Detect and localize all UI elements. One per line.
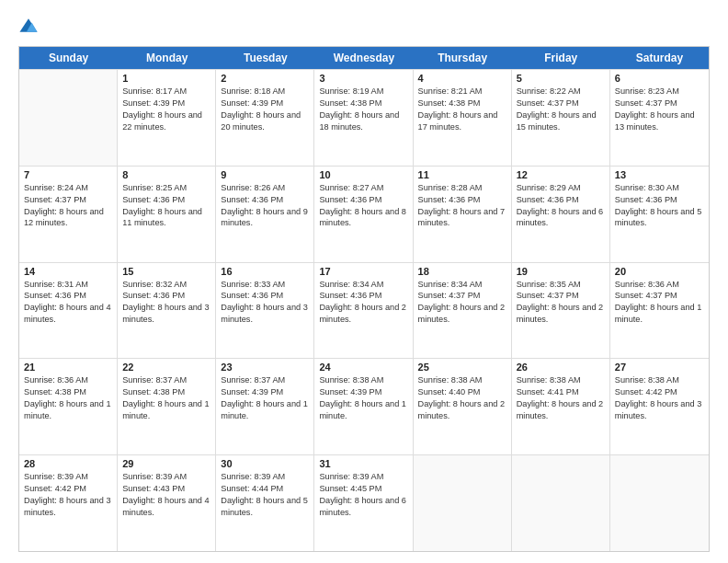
sunrise-text: Sunrise: 8:38 AM bbox=[517, 374, 605, 386]
daylight-text: Daylight: 8 hours and 17 minutes. bbox=[418, 109, 506, 133]
day-number: 18 bbox=[418, 266, 506, 277]
empty-cell bbox=[19, 70, 118, 166]
logo-icon bbox=[18, 17, 39, 37]
header-day-thursday: Thursday bbox=[414, 47, 512, 69]
sunset-text: Sunset: 4:38 PM bbox=[122, 386, 210, 398]
sunrise-text: Sunrise: 8:27 AM bbox=[319, 182, 407, 194]
sunset-text: Sunset: 4:36 PM bbox=[319, 290, 407, 302]
day-number: 27 bbox=[615, 362, 704, 373]
sunset-text: Sunset: 4:39 PM bbox=[319, 386, 407, 398]
daylight-text: Daylight: 8 hours and 1 minute. bbox=[221, 398, 309, 422]
day-cell-28: 28Sunrise: 8:39 AMSunset: 4:42 PMDayligh… bbox=[19, 455, 118, 551]
daylight-text: Daylight: 8 hours and 3 minutes. bbox=[221, 302, 309, 326]
daylight-text: Daylight: 8 hours and 2 minutes. bbox=[418, 302, 506, 326]
sunrise-text: Sunrise: 8:34 AM bbox=[418, 279, 506, 291]
sunset-text: Sunset: 4:36 PM bbox=[517, 194, 605, 206]
day-number: 16 bbox=[221, 266, 309, 277]
sunrise-text: Sunrise: 8:19 AM bbox=[319, 86, 407, 98]
day-number: 22 bbox=[122, 362, 210, 373]
sunset-text: Sunset: 4:45 PM bbox=[319, 483, 407, 495]
daylight-text: Daylight: 8 hours and 1 minute. bbox=[122, 398, 210, 422]
sunrise-text: Sunrise: 8:38 AM bbox=[319, 374, 407, 386]
day-number: 5 bbox=[517, 73, 605, 84]
sunrise-text: Sunrise: 8:25 AM bbox=[122, 182, 210, 194]
header-day-friday: Friday bbox=[512, 47, 610, 69]
sunset-text: Sunset: 4:44 PM bbox=[221, 483, 309, 495]
daylight-text: Daylight: 8 hours and 8 minutes. bbox=[319, 206, 407, 230]
daylight-text: Daylight: 8 hours and 2 minutes. bbox=[319, 302, 407, 326]
empty-cell bbox=[512, 455, 610, 551]
daylight-text: Daylight: 8 hours and 6 minutes. bbox=[319, 495, 407, 519]
day-cell-24: 24Sunrise: 8:38 AMSunset: 4:39 PMDayligh… bbox=[314, 359, 413, 454]
sunrise-text: Sunrise: 8:36 AM bbox=[615, 279, 704, 291]
daylight-text: Daylight: 8 hours and 4 minutes. bbox=[122, 495, 210, 519]
sunset-text: Sunset: 4:36 PM bbox=[319, 194, 407, 206]
sunset-text: Sunset: 4:40 PM bbox=[418, 386, 506, 398]
day-cell-14: 14Sunrise: 8:31 AMSunset: 4:36 PMDayligh… bbox=[19, 263, 118, 359]
day-cell-29: 29Sunrise: 8:39 AMSunset: 4:43 PMDayligh… bbox=[118, 455, 216, 551]
week-row-4: 21Sunrise: 8:36 AMSunset: 4:38 PMDayligh… bbox=[19, 358, 709, 454]
sunset-text: Sunset: 4:37 PM bbox=[615, 98, 704, 109]
header bbox=[18, 17, 710, 37]
logo bbox=[18, 17, 42, 37]
sunrise-text: Sunrise: 8:39 AM bbox=[221, 471, 309, 483]
daylight-text: Daylight: 8 hours and 13 minutes. bbox=[615, 109, 704, 133]
daylight-text: Daylight: 8 hours and 2 minutes. bbox=[517, 302, 605, 326]
sunset-text: Sunset: 4:38 PM bbox=[24, 386, 112, 398]
day-cell-1: 1Sunrise: 8:17 AMSunset: 4:39 PMDaylight… bbox=[118, 70, 216, 166]
day-number: 26 bbox=[517, 362, 605, 373]
sunrise-text: Sunrise: 8:37 AM bbox=[221, 374, 309, 386]
day-cell-25: 25Sunrise: 8:38 AMSunset: 4:40 PMDayligh… bbox=[414, 359, 512, 454]
day-number: 1 bbox=[122, 73, 210, 84]
sunset-text: Sunset: 4:41 PM bbox=[517, 386, 605, 398]
daylight-text: Daylight: 8 hours and 5 minutes. bbox=[615, 206, 704, 230]
sunset-text: Sunset: 4:38 PM bbox=[319, 98, 407, 109]
sunrise-text: Sunrise: 8:22 AM bbox=[517, 86, 605, 98]
day-cell-7: 7Sunrise: 8:24 AMSunset: 4:37 PMDaylight… bbox=[19, 167, 118, 262]
sunset-text: Sunset: 4:37 PM bbox=[517, 290, 605, 302]
day-cell-31: 31Sunrise: 8:39 AMSunset: 4:45 PMDayligh… bbox=[314, 455, 413, 551]
sunset-text: Sunset: 4:43 PM bbox=[122, 483, 210, 495]
daylight-text: Daylight: 8 hours and 1 minute. bbox=[615, 302, 704, 326]
sunset-text: Sunset: 4:39 PM bbox=[122, 98, 210, 109]
sunset-text: Sunset: 4:36 PM bbox=[418, 194, 506, 206]
sunrise-text: Sunrise: 8:38 AM bbox=[615, 374, 704, 386]
day-cell-21: 21Sunrise: 8:36 AMSunset: 4:38 PMDayligh… bbox=[19, 359, 118, 454]
day-cell-6: 6Sunrise: 8:23 AMSunset: 4:37 PMDaylight… bbox=[610, 70, 709, 166]
day-cell-26: 26Sunrise: 8:38 AMSunset: 4:41 PMDayligh… bbox=[512, 359, 610, 454]
day-number: 13 bbox=[615, 169, 704, 180]
day-number: 25 bbox=[418, 362, 506, 373]
sunrise-text: Sunrise: 8:21 AM bbox=[418, 86, 506, 98]
daylight-text: Daylight: 8 hours and 4 minutes. bbox=[24, 302, 112, 326]
sunset-text: Sunset: 4:39 PM bbox=[221, 386, 309, 398]
day-number: 2 bbox=[221, 73, 309, 84]
day-cell-9: 9Sunrise: 8:26 AMSunset: 4:36 PMDaylight… bbox=[216, 167, 314, 262]
daylight-text: Daylight: 8 hours and 11 minutes. bbox=[122, 206, 210, 230]
day-number: 23 bbox=[221, 362, 309, 373]
day-cell-22: 22Sunrise: 8:37 AMSunset: 4:38 PMDayligh… bbox=[118, 359, 216, 454]
sunset-text: Sunset: 4:36 PM bbox=[122, 194, 210, 206]
week-row-1: 1Sunrise: 8:17 AMSunset: 4:39 PMDaylight… bbox=[19, 69, 709, 166]
empty-cell bbox=[414, 455, 512, 551]
sunrise-text: Sunrise: 8:18 AM bbox=[221, 86, 309, 98]
daylight-text: Daylight: 8 hours and 7 minutes. bbox=[418, 206, 506, 230]
sunrise-text: Sunrise: 8:17 AM bbox=[122, 86, 210, 98]
sunrise-text: Sunrise: 8:39 AM bbox=[319, 471, 407, 483]
sunrise-text: Sunrise: 8:38 AM bbox=[418, 374, 506, 386]
sunset-text: Sunset: 4:36 PM bbox=[24, 290, 112, 302]
page: SundayMondayTuesdayWednesdayThursdayFrid… bbox=[0, 0, 728, 563]
day-number: 14 bbox=[24, 266, 112, 277]
day-number: 28 bbox=[24, 458, 112, 469]
daylight-text: Daylight: 8 hours and 3 minutes. bbox=[615, 398, 704, 422]
daylight-text: Daylight: 8 hours and 15 minutes. bbox=[517, 109, 605, 133]
day-number: 10 bbox=[319, 169, 407, 180]
sunset-text: Sunset: 4:36 PM bbox=[221, 194, 309, 206]
sunset-text: Sunset: 4:39 PM bbox=[221, 98, 309, 109]
daylight-text: Daylight: 8 hours and 6 minutes. bbox=[517, 206, 605, 230]
daylight-text: Daylight: 8 hours and 3 minutes. bbox=[24, 495, 112, 519]
sunset-text: Sunset: 4:37 PM bbox=[24, 194, 112, 206]
header-day-saturday: Saturday bbox=[610, 47, 709, 69]
calendar-body: 1Sunrise: 8:17 AMSunset: 4:39 PMDaylight… bbox=[19, 69, 709, 551]
day-cell-23: 23Sunrise: 8:37 AMSunset: 4:39 PMDayligh… bbox=[216, 359, 314, 454]
day-number: 24 bbox=[319, 362, 407, 373]
